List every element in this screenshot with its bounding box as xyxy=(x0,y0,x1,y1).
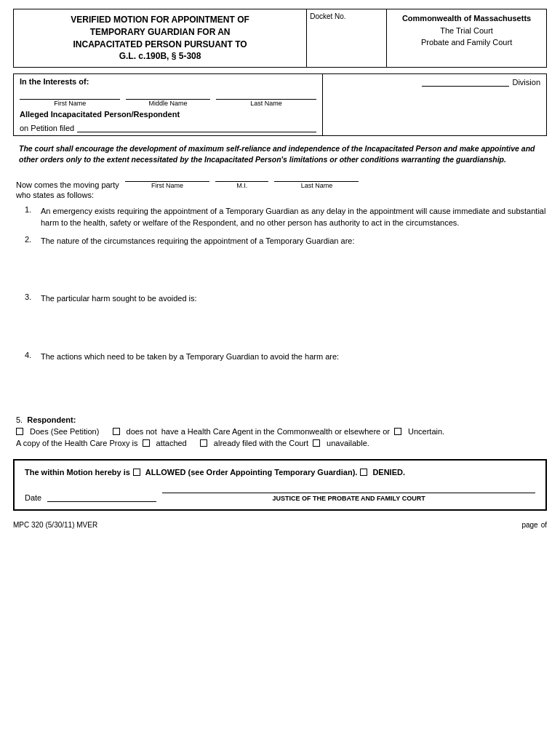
blank-area-2 xyxy=(25,252,547,292)
list-item: 3. The particular harm sought to be avoi… xyxy=(25,292,547,305)
notice-text: The court shall encourage the developmen… xyxy=(19,143,541,164)
moving-party-section: Now comes the moving party First Name M.… xyxy=(16,172,544,199)
respondent-header: 5. Respondent: xyxy=(16,415,544,424)
proxy-row: A copy of the Health Care Proxy is attac… xyxy=(16,439,544,447)
footer-right: page of xyxy=(521,521,547,529)
uncertain-checkbox[interactable] xyxy=(394,428,401,435)
interests-label: In the Interests of: xyxy=(20,77,316,86)
justice-signature-line xyxy=(162,484,535,493)
notice-section: The court shall encourage the developmen… xyxy=(13,143,547,164)
info-left-cell: In the Interests of: First Name Middle N… xyxy=(14,74,323,136)
docket-cell: Docket No. xyxy=(307,9,387,68)
denied-checkbox[interactable] xyxy=(360,469,367,476)
respondent-section: 5. Respondent: Does (See Petition) does … xyxy=(16,415,544,447)
mp-mi: M.I. xyxy=(215,172,268,189)
first-name-field: First Name xyxy=(20,90,120,107)
info-right-cell: Division xyxy=(323,74,547,136)
form-code: MPC 320 (5/30/11) MVER xyxy=(13,521,97,529)
moving-party-row: Now comes the moving party First Name M.… xyxy=(16,172,544,189)
division-line: Division xyxy=(329,77,540,87)
does-not-checkbox[interactable] xyxy=(113,428,120,435)
footer: MPC 320 (5/30/11) MVER page of xyxy=(13,521,547,529)
blank-area-3 xyxy=(25,311,547,351)
name-row: First Name Middle Name Last Name xyxy=(20,90,316,107)
filed-checkbox[interactable] xyxy=(200,439,207,447)
info-table: In the Interests of: First Name Middle N… xyxy=(13,73,547,136)
blank-area-4 xyxy=(25,368,547,408)
respondent-label: Alleged Incapacitated Person/Respondent xyxy=(20,110,316,119)
unavailable-checkbox[interactable] xyxy=(313,439,320,447)
list-item: 2. The nature of the circumstances requi… xyxy=(25,235,547,247)
justice-column: JUSTICE OF THE PROBATE AND FAMILY COURT xyxy=(162,484,535,502)
numbered-section: 1. An emergency exists requiring the app… xyxy=(25,205,547,409)
allowed-checkbox[interactable] xyxy=(133,469,140,476)
date-field[interactable] xyxy=(47,493,156,502)
does-checkbox[interactable] xyxy=(16,428,23,435)
mp-last-name: Last Name xyxy=(274,172,359,189)
header-table: VERIFIED MOTION FOR APPOINTMENT OF TEMPO… xyxy=(13,9,547,68)
states-line: who states as follows: xyxy=(16,191,544,199)
last-name-field: Last Name xyxy=(216,90,316,107)
middle-name-field: Middle Name xyxy=(126,90,209,107)
respondent-row: Does (See Petition) does not have a Heal… xyxy=(16,427,544,436)
bottom-box: The within Motion hereby is ALLOWED (see… xyxy=(13,459,547,511)
petition-row: on Petition filed xyxy=(20,123,316,132)
list-item: 1. An emergency exists requiring the app… xyxy=(25,205,547,229)
allowed-row: The within Motion hereby is ALLOWED (see… xyxy=(25,468,535,477)
form-title: VERIFIED MOTION FOR APPOINTMENT OF TEMPO… xyxy=(14,9,307,68)
court-cell: Commonwealth of Massachusetts The Trial … xyxy=(387,9,547,68)
list-item: 4. The actions which need to be taken by… xyxy=(25,351,547,363)
date-row: Date JUSTICE OF THE PROBATE AND FAMILY C… xyxy=(25,484,535,502)
attached-checkbox[interactable] xyxy=(143,439,150,447)
mp-first-name: First Name xyxy=(125,172,209,189)
